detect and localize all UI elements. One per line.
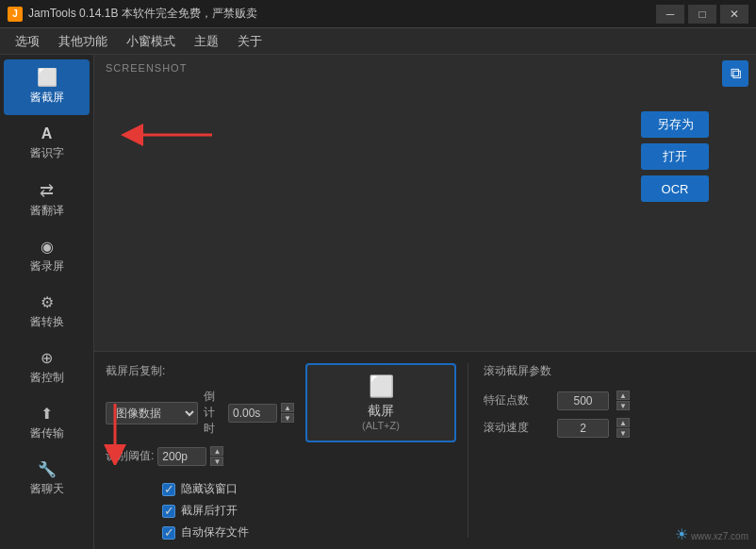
copy-after-screenshot-label: 截屏后复制:	[106, 363, 294, 379]
hide-window-checkbox[interactable]: ✓ 隐藏该窗口	[162, 481, 294, 497]
open-after-checkbox[interactable]: ✓ 截屏后打开	[162, 503, 294, 519]
sidebar-item-convert[interactable]: ⚙ 酱转换	[4, 286, 90, 340]
sidebar-label-chat: 酱聊天	[30, 481, 64, 497]
scroll-params-title: 滚动截屏参数	[484, 363, 745, 379]
threshold-arrows: ▲ ▼	[210, 446, 223, 466]
countdown-up[interactable]: ▲	[281, 403, 294, 412]
feature-points-up[interactable]: ▲	[616, 391, 630, 400]
open-after-label: 截屏后打开	[181, 503, 238, 519]
minimize-button[interactable]: ─	[656, 5, 684, 24]
feature-points-row: 特征点数 ▲ ▼	[484, 391, 745, 410]
hide-window-label: 隐藏该窗口	[181, 481, 238, 497]
countdown-row: 倒计时 ▲ ▼	[204, 389, 294, 437]
countdown-down[interactable]: ▼	[281, 413, 294, 423]
clipboard-button[interactable]: ⧉	[722, 60, 748, 87]
menu-theme[interactable]: 主题	[187, 30, 226, 53]
open-button[interactable]: 打开	[641, 143, 709, 170]
scroll-speed-input[interactable]	[557, 419, 609, 438]
ocr-button[interactable]: OCR	[641, 175, 709, 202]
right-action-buttons: 另存为 打开 OCR	[641, 111, 709, 202]
watermark: ☀ www.xz7.com	[675, 525, 748, 543]
menu-options[interactable]: 选项	[8, 30, 47, 53]
auto-save-label: 自动保存文件	[181, 524, 249, 541]
screenshot-action-box[interactable]: ⬜ 截屏 (ALT+Z)	[305, 363, 456, 442]
auto-save-check: ✓	[162, 526, 175, 540]
sidebar-label-ocr: 酱识字	[30, 145, 64, 161]
scroll-speed-down[interactable]: ▼	[616, 428, 630, 438]
screenshot-icon: ⬜	[37, 69, 58, 86]
bottom-panel: 截屏后复制: 图像数据 文件路径 无 倒计时 ▲ ▼	[94, 351, 756, 549]
menu-bar: 选项 其他功能 小窗模式 主题 关于	[0, 28, 756, 55]
sidebar-item-chat[interactable]: 🔧 酱聊天	[4, 453, 90, 507]
content-area: SCREENSHOT ⧉ 另存为 打开 OCR 截	[94, 55, 756, 549]
control-icon: ⊕	[41, 351, 53, 366]
scroll-speed-label: 滚动速度	[484, 420, 550, 436]
feature-points-input[interactable]	[557, 391, 609, 410]
title-text: JamTools 0.14.1B 本软件完全免费，严禁贩卖	[28, 6, 656, 22]
checkbox-list: ✓ 隐藏该窗口 ✓ 截屏后打开 ✓ 自动保存文件	[162, 481, 294, 541]
sidebar-label-record: 酱录屏	[30, 258, 64, 274]
sidebar-item-ocr[interactable]: A 酱识字	[4, 117, 90, 171]
sidebar-item-record[interactable]: ◉ 酱录屏	[4, 230, 90, 284]
feature-points-label: 特征点数	[484, 392, 550, 408]
screenshot-action-label: 截屏	[368, 403, 394, 420]
red-arrow-threshold	[87, 399, 143, 465]
app-icon: J	[8, 7, 23, 22]
transfer-icon: ⬆	[41, 407, 53, 422]
open-after-check: ✓	[162, 505, 175, 518]
scroll-params-panel: 滚动截屏参数 特征点数 ▲ ▼ 滚动速度 ▲ ▼	[468, 363, 745, 538]
menu-other-functions[interactable]: 其他功能	[51, 30, 115, 53]
hide-window-check: ✓	[162, 483, 175, 496]
window-controls: ─ □ ✕	[656, 5, 748, 24]
menu-about[interactable]: 关于	[230, 30, 270, 53]
sidebar-label-screenshot: 酱截屏	[30, 90, 64, 106]
sidebar-label-translate: 酱翻译	[30, 203, 64, 219]
scroll-speed-row: 滚动速度 ▲ ▼	[484, 418, 745, 438]
screenshot-label: SCREENSHOT	[106, 62, 187, 74]
translate-icon: ⇄	[40, 182, 54, 199]
sidebar-label-convert: 酱转换	[30, 314, 64, 330]
left-settings: 截屏后复制: 图像数据 文件路径 无 倒计时 ▲ ▼	[106, 363, 294, 541]
threshold-down[interactable]: ▼	[210, 457, 223, 466]
red-arrow-sidebar	[118, 107, 231, 163]
title-bar: J JamTools 0.14.1B 本软件完全免费，严禁贩卖 ─ □ ✕	[0, 0, 756, 28]
sidebar-label-control: 酱控制	[30, 370, 64, 386]
countdown-label: 倒计时	[204, 389, 224, 437]
auto-save-checkbox[interactable]: ✓ 自动保存文件	[162, 524, 294, 541]
countdown-arrows: ▲ ▼	[281, 403, 294, 423]
scroll-speed-up[interactable]: ▲	[616, 418, 630, 427]
record-icon: ◉	[41, 240, 54, 255]
sidebar-item-translate[interactable]: ⇄ 酱翻译	[4, 173, 90, 228]
countdown-input[interactable]	[228, 404, 277, 423]
sidebar-item-transfer[interactable]: ⬆ 酱传输	[4, 397, 90, 451]
feature-points-down[interactable]: ▼	[616, 401, 630, 410]
screenshot-shortcut: (ALT+Z)	[362, 420, 400, 431]
scroll-speed-arrows: ▲ ▼	[616, 418, 630, 438]
sidebar-item-screenshot[interactable]: ⬜ 酱截屏	[4, 59, 90, 115]
menu-mini-mode[interactable]: 小窗模式	[119, 30, 183, 53]
convert-icon: ⚙	[41, 295, 54, 310]
sidebar-label-transfer: 酱传输	[30, 425, 64, 441]
threshold-up[interactable]: ▲	[210, 446, 223, 456]
threshold-input[interactable]	[157, 447, 206, 466]
sidebar: ⬜ 酱截屏 A 酱识字 ⇄ 酱翻译 ◉ 酱录屏 ⚙ 酱转换 ⊕ 酱控制 ⬆ 酱传…	[0, 55, 94, 549]
sidebar-item-control[interactable]: ⊕ 酱控制	[4, 341, 90, 395]
ocr-icon: A	[41, 126, 53, 141]
close-button[interactable]: ✕	[720, 5, 748, 24]
main-layout: ⬜ 酱截屏 A 酱识字 ⇄ 酱翻译 ◉ 酱录屏 ⚙ 酱转换 ⊕ 酱控制 ⬆ 酱传…	[0, 55, 756, 549]
maximize-button[interactable]: □	[688, 5, 716, 24]
clipboard-icon: ⧉	[731, 65, 741, 82]
chat-icon: 🔧	[38, 462, 57, 477]
screenshot-action-icon: ⬜	[369, 374, 394, 399]
save-as-button[interactable]: 另存为	[641, 111, 709, 138]
feature-points-arrows: ▲ ▼	[616, 391, 630, 410]
